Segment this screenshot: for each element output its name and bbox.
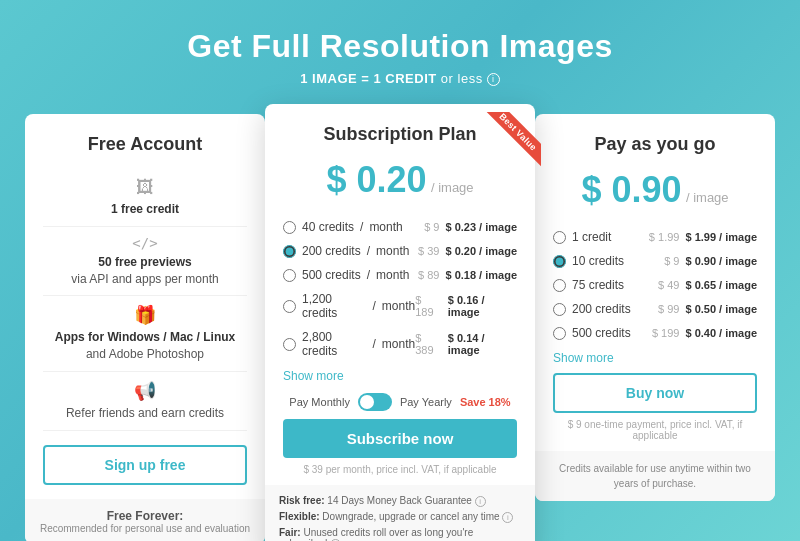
paygo-credits-2: 75 credits (572, 278, 624, 292)
risk-info-icon[interactable]: i (475, 496, 486, 507)
feature-credit-text: 1 free credit (111, 202, 179, 216)
plan-radio-1[interactable] (283, 245, 296, 258)
plan-radio-2[interactable] (283, 269, 296, 282)
plan-price-3: $ 189 (415, 294, 442, 318)
subscription-price: $ 0.20 (326, 159, 426, 200)
paygo-radio-1[interactable] (553, 255, 566, 268)
paygo-price-0: $ 1.99 (649, 231, 680, 243)
free-card-title: Free Account (43, 134, 247, 155)
paygo-credits-0: 1 credit (572, 230, 611, 244)
plan-per-image-3: $ 0.16 / image (448, 294, 517, 318)
flexible-info-icon[interactable]: i (502, 512, 513, 523)
apps-icon: 🎁 (43, 304, 247, 326)
paygo-option-4: 500 credits $ 199 $ 0.40 / image (553, 321, 757, 345)
code-icon: </> (43, 235, 247, 251)
paygo-footer: Credits available for use anytime within… (535, 451, 775, 501)
plan-option-0: 40 credits / month $ 9 $ 0.23 / image (283, 215, 517, 239)
paygo-radio-2[interactable] (553, 279, 566, 292)
paygo-option-0: 1 credit $ 1.99 $ 1.99 / image (553, 225, 757, 249)
plan-period-1: month (376, 244, 409, 258)
paygo-radio-4[interactable] (553, 327, 566, 340)
plan-per-image-4: $ 0.14 / image (448, 332, 517, 356)
paygo-per-image-3: $ 0.50 / image (685, 303, 757, 315)
paygo-payment-note: $ 9 one-time payment, price incl. VAT, i… (553, 419, 757, 441)
subscription-card: Subscription Plan $ 0.20 / image 40 cred… (265, 104, 535, 541)
plan-credits-1: 200 credits (302, 244, 361, 258)
image-icon: 🖼 (43, 177, 247, 198)
billing-monthly-label: Pay Monthly (289, 396, 350, 408)
buy-button[interactable]: Buy now (553, 373, 757, 413)
paygo-price: $ 0.90 (581, 169, 681, 210)
plan-radio-3[interactable] (283, 300, 296, 313)
plan-option-1: 200 credits / month $ 39 $ 0.20 / image (283, 239, 517, 263)
paygo-card-title: Pay as you go (553, 134, 757, 155)
paygo-per-image-0: $ 1.99 / image (685, 231, 757, 243)
paygo-credits-4: 500 credits (572, 326, 631, 340)
feature-api-strong: 50 free previews (98, 255, 191, 269)
plan-price-2: $ 89 (418, 269, 439, 281)
plan-price-4: $ 389 (415, 332, 442, 356)
plan-credits-2: 500 credits (302, 268, 361, 282)
plan-credits-0: 40 credits (302, 220, 354, 234)
plan-price-0: $ 9 (424, 221, 439, 233)
info-icon[interactable]: i (487, 73, 500, 86)
plan-option-2: 500 credits / month $ 89 $ 0.18 / image (283, 263, 517, 287)
feature-credit: 🖼 1 free credit (43, 169, 247, 227)
plan-per-image-2: $ 0.18 / image (445, 269, 517, 281)
header: Get Full Resolution Images 1 IMAGE = 1 C… (0, 0, 800, 104)
paygo-price-display: $ 0.90 / image (553, 169, 757, 211)
feature-refer: 📢 Refer friends and earn credits (43, 372, 247, 431)
paygo-radio-3[interactable] (553, 303, 566, 316)
paygo-card: Pay as you go $ 0.90 / image 1 credit $ … (535, 114, 775, 501)
paygo-option-1: 10 credits $ 9 $ 0.90 / image (553, 249, 757, 273)
paygo-radio-0[interactable] (553, 231, 566, 244)
best-value-ribbon (461, 112, 541, 192)
signup-button[interactable]: Sign up free (43, 445, 247, 485)
paygo-footer-text: Credits available for use anytime within… (549, 461, 761, 491)
billing-toggle: Pay Monthly Pay Yearly Save 18% (283, 393, 517, 411)
feature-refer-text: Refer friends and earn credits (66, 406, 224, 420)
save-badge: Save 18% (460, 396, 511, 408)
footer-flexible: Flexible: Downgrade, upgrade or cancel a… (279, 509, 521, 525)
feature-apps-strong: Apps for Windows / Mac / Linux (55, 330, 236, 344)
paygo-per-image-2: $ 0.65 / image (685, 279, 757, 291)
footer-fair: Fair: Unused credits roll over as long y… (279, 525, 521, 541)
plan-option-3: 1,200 credits / month $ 189 $ 0.16 / ima… (283, 287, 517, 325)
paygo-option-2: 75 credits $ 49 $ 0.65 / image (553, 273, 757, 297)
plan-option-4: 2,800 credits / month $ 389 $ 0.14 / ima… (283, 325, 517, 363)
plan-period-0: month (369, 220, 402, 234)
plan-per-image-1: $ 0.20 / image (445, 245, 517, 257)
plan-price-1: $ 39 (418, 245, 439, 257)
page-title: Get Full Resolution Images (0, 28, 800, 65)
subscription-show-more[interactable]: Show more (283, 369, 517, 383)
paygo-price-3: $ 99 (658, 303, 679, 315)
plan-per-image-0: $ 0.23 / image (445, 221, 517, 233)
feature-api-text: via API and apps per month (71, 272, 218, 286)
paygo-credits-3: 200 credits (572, 302, 631, 316)
plan-period-4: month (382, 337, 415, 351)
plan-radio-4[interactable] (283, 338, 296, 351)
free-card: Free Account 🖼 1 free credit </> 50 free… (25, 114, 265, 541)
subscribe-button[interactable]: Subscribe now (283, 419, 517, 458)
subscription-payment-note: $ 39 per month, price incl. VAT, if appl… (283, 464, 517, 475)
paygo-price-4: $ 199 (652, 327, 680, 339)
paygo-option-3: 200 credits $ 99 $ 0.50 / image (553, 297, 757, 321)
paygo-show-more[interactable]: Show more (553, 351, 757, 365)
footer-risk: Risk free: 14 Days Money Back Guarantee … (279, 493, 521, 509)
feature-apps: 🎁 Apps for Windows / Mac / Linux and Ado… (43, 296, 247, 372)
subtitle: 1 IMAGE = 1 CREDIT or less i (0, 71, 800, 86)
paygo-price-1: $ 9 (664, 255, 679, 267)
paygo-per: / image (686, 190, 729, 205)
paygo-per-image-4: $ 0.40 / image (685, 327, 757, 339)
paygo-price-2: $ 49 (658, 279, 679, 291)
refer-icon: 📢 (43, 380, 247, 402)
subscription-footer: Risk free: 14 Days Money Back Guarantee … (265, 485, 535, 541)
billing-toggle-switch[interactable] (358, 393, 392, 411)
feature-apps-text: and Adobe Photoshop (86, 347, 204, 361)
paygo-per-image-1: $ 0.90 / image (685, 255, 757, 267)
plan-radio-0[interactable] (283, 221, 296, 234)
paygo-options: 1 credit $ 1.99 $ 1.99 / image 10 credit… (553, 225, 757, 345)
plan-credits-4: 2,800 credits (302, 330, 366, 358)
plan-period-2: month (376, 268, 409, 282)
paygo-credits-1: 10 credits (572, 254, 624, 268)
